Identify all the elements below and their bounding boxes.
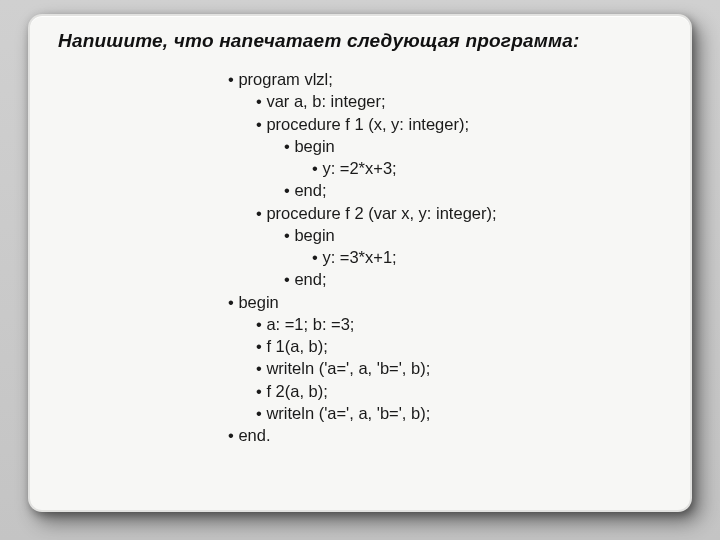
code-line: begin [54, 135, 670, 157]
code-line: end; [54, 179, 670, 201]
code-line: program vlzl; [54, 68, 670, 90]
code-line: end; [54, 268, 670, 290]
code-line: writeln ('a=', a, 'b=', b); [54, 402, 670, 424]
code-line: f 2(a, b); [54, 380, 670, 402]
code-line: a: =1; b: =3; [54, 313, 670, 335]
code-line: var a, b: integer; [54, 90, 670, 112]
code-line: begin [54, 224, 670, 246]
code-line: y: =3*x+1; [54, 246, 670, 268]
code-line: y: =2*x+3; [54, 157, 670, 179]
code-block: program vlzl;var a, b: integer;procedure… [54, 68, 670, 447]
slide: Напишите, что напечатает следующая прогр… [0, 0, 720, 540]
code-line: procedure f 1 (x, y: integer); [54, 113, 670, 135]
content-card: Напишите, что напечатает следующая прогр… [28, 14, 692, 512]
task-title: Напишите, что напечатает следующая прогр… [58, 30, 670, 52]
code-line: begin [54, 291, 670, 313]
code-line: end. [54, 424, 670, 446]
code-line: procedure f 2 (var x, y: integer); [54, 202, 670, 224]
code-line: writeln ('a=', a, 'b=', b); [54, 357, 670, 379]
code-line: f 1(a, b); [54, 335, 670, 357]
